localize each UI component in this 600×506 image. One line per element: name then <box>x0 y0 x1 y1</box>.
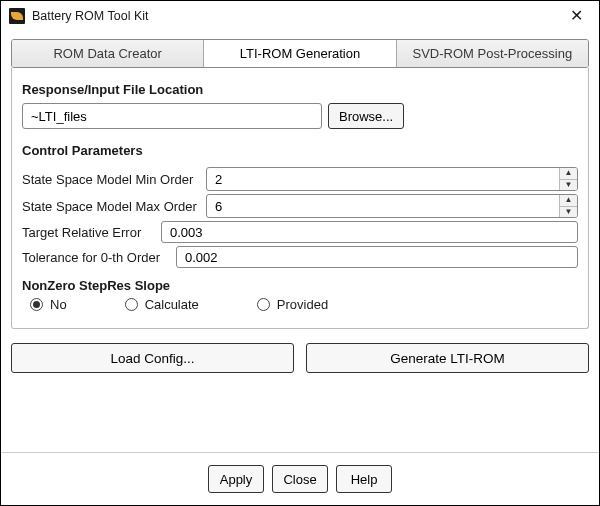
generate-lti-rom-button[interactable]: Generate LTI-ROM <box>306 343 589 373</box>
slope-radio-provided[interactable]: Provided <box>257 297 328 312</box>
max-order-up-icon[interactable]: ▲ <box>560 195 577 206</box>
slope-radio-group: No Calculate Provided <box>22 293 578 318</box>
control-parameters-title: Control Parameters <box>22 143 578 158</box>
browse-button[interactable]: Browse... <box>328 103 404 129</box>
radio-icon <box>30 298 43 311</box>
tol0-label: Tolerance for 0-th Order <box>22 250 170 265</box>
radio-icon <box>125 298 138 311</box>
close-icon[interactable]: ✕ <box>560 4 593 28</box>
help-button[interactable]: Help <box>336 465 392 493</box>
radio-icon <box>257 298 270 311</box>
tab-rom-data-creator[interactable]: ROM Data Creator <box>12 40 204 67</box>
file-path-input[interactable] <box>22 103 322 129</box>
max-order-input[interactable] <box>207 195 559 217</box>
max-order-down-icon[interactable]: ▼ <box>560 206 577 218</box>
max-order-spinner[interactable]: ▲ ▼ <box>206 194 578 218</box>
tabstrip: ROM Data Creator LTI-ROM Generation SVD-… <box>11 39 589 68</box>
target-error-label: Target Relative Error <box>22 225 155 240</box>
file-location-title: Response/Input File Location <box>22 82 578 97</box>
min-order-label: State Space Model Min Order <box>22 172 200 187</box>
app-icon <box>9 8 25 24</box>
window-title: Battery ROM Tool Kit <box>32 9 148 23</box>
tab-lti-rom-generation[interactable]: LTI-ROM Generation <box>204 40 396 67</box>
apply-button[interactable]: Apply <box>208 465 264 493</box>
slope-radio-provided-label: Provided <box>277 297 328 312</box>
dialog-footer: Apply Close Help <box>11 453 589 505</box>
tab-panel: Response/Input File Location Browse... C… <box>11 68 589 329</box>
slope-title: NonZero StepRes Slope <box>22 278 578 293</box>
max-order-label: State Space Model Max Order <box>22 199 200 214</box>
min-order-up-icon[interactable]: ▲ <box>560 168 577 179</box>
slope-radio-no-label: No <box>50 297 67 312</box>
min-order-spinner[interactable]: ▲ ▼ <box>206 167 578 191</box>
close-button[interactable]: Close <box>272 465 328 493</box>
window-titlebar: Battery ROM Tool Kit ✕ <box>1 1 599 31</box>
slope-radio-calculate[interactable]: Calculate <box>125 297 199 312</box>
tol0-input[interactable] <box>176 246 578 268</box>
min-order-down-icon[interactable]: ▼ <box>560 179 577 191</box>
slope-radio-no[interactable]: No <box>30 297 67 312</box>
tab-svd-rom-postprocessing[interactable]: SVD-ROM Post-Processing <box>397 40 588 67</box>
target-error-input[interactable] <box>161 221 578 243</box>
min-order-input[interactable] <box>207 168 559 190</box>
load-config-button[interactable]: Load Config... <box>11 343 294 373</box>
slope-radio-calculate-label: Calculate <box>145 297 199 312</box>
control-parameters-group: State Space Model Min Order ▲ ▼ State Sp… <box>22 164 578 318</box>
